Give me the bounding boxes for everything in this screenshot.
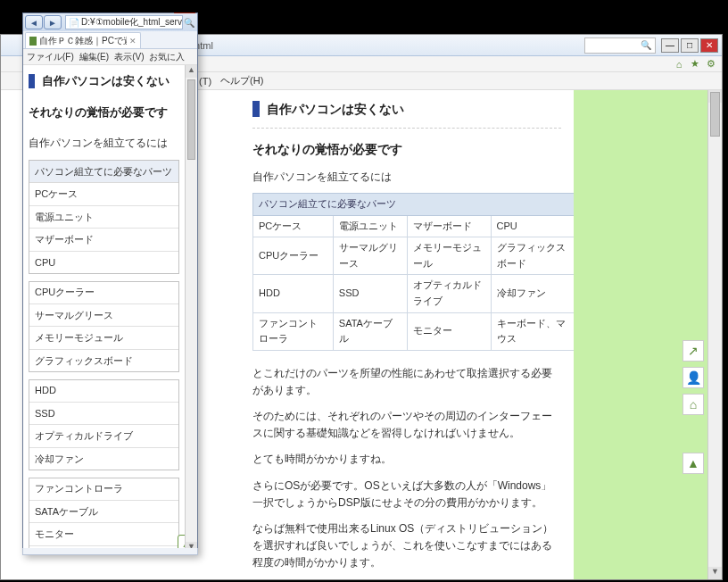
article-paragraph: とても時間がかかりますね。 bbox=[252, 451, 561, 468]
heading-accent bbox=[252, 101, 260, 117]
mobile-parts-cell: HDD bbox=[29, 379, 178, 403]
front-scrollbar[interactable]: ▲ ▼ bbox=[185, 65, 197, 554]
favicon-icon bbox=[29, 37, 37, 46]
share-icon[interactable]: ↗ bbox=[682, 340, 704, 362]
article-paragraph: とこれだけのパーツを所望の性能にあわせて取捨選択する必要があります。 bbox=[252, 365, 561, 399]
article-heading: 自作パソコンは安くない bbox=[252, 99, 561, 119]
gear-icon[interactable]: ⚙ bbox=[706, 59, 716, 70]
menu-view[interactable]: 表示(V) bbox=[114, 51, 144, 63]
front-address-bar[interactable]: 📄 D:¥①mobile化_html_serve bbox=[65, 15, 183, 29]
parts-cell: PCケース bbox=[253, 215, 334, 237]
mobile-parts-cell: CPUクーラー bbox=[29, 281, 178, 304]
parts-cell: ファンコントローラ bbox=[253, 312, 334, 350]
mobile-subhead: それなりの覚悟が必要です bbox=[29, 104, 179, 121]
parts-cell: キーボード、マウス bbox=[491, 312, 574, 350]
mobile-parts-cell: オプティカルドライブ bbox=[29, 425, 178, 448]
mobile-lead: 自作パソコンを組立てるには bbox=[29, 135, 179, 151]
article-paragraph: そのためには、それぞれのパーツやその周辺のインターフェースに関する基礎知識などを… bbox=[252, 408, 561, 442]
heading-accent bbox=[29, 74, 35, 88]
parts-cell: メモリーモジュール bbox=[407, 237, 491, 275]
search-icon[interactable]: 🔍 bbox=[183, 18, 195, 28]
parts-table-caption: パソコン組立てに必要なパーツ bbox=[253, 193, 575, 215]
mobile-parts-cell: マザーボード bbox=[29, 229, 178, 252]
minimize-button[interactable] bbox=[661, 38, 679, 53]
home-icon[interactable]: ⌂ bbox=[682, 394, 704, 415]
tab-title: 自作ＰＣ雑感｜PCで遊ん... bbox=[39, 35, 127, 47]
article-main: 自作パソコンは安くない それなりの覚悟が必要です 自作パソコンを組立てるには パ… bbox=[199, 90, 574, 579]
parts-cell: 電源ユニット bbox=[333, 215, 407, 237]
mobile-table-caption: パソコン組立てに必要なパーツ bbox=[29, 161, 178, 184]
menu-edit[interactable]: 編集(E) bbox=[79, 51, 109, 63]
mobile-parts-cell: 冷却ファン bbox=[29, 448, 178, 471]
parts-cell: CPU bbox=[491, 215, 574, 237]
mobile-parts-cell: SSD bbox=[29, 403, 178, 426]
mobile-parts-cell: SATAケーブル bbox=[29, 501, 178, 524]
mobile-page-title: 自作パソコンは安くない bbox=[42, 72, 170, 90]
menu-fav[interactable]: お気に入 bbox=[149, 51, 185, 63]
scroll-thumb[interactable] bbox=[710, 92, 720, 137]
mobile-parts-cell: サーマルグリース bbox=[29, 304, 178, 328]
menu-t[interactable]: (T) bbox=[199, 76, 211, 87]
scroll-down-icon[interactable]: ▼ bbox=[708, 567, 722, 579]
page-title: 自作パソコンは安くない bbox=[267, 99, 404, 119]
maximize-button[interactable] bbox=[681, 38, 699, 53]
mobile-parts-cell: 電源ユニット bbox=[29, 206, 178, 229]
article-paragraph: ならば無料で使用出来るLinux OS（ディストリビューション）を選択すれば良い… bbox=[252, 520, 561, 572]
mobile-parts-table: パソコン組立てに必要なパーツ PCケース電源ユニットマザーボードCPUCPUクー… bbox=[29, 160, 179, 554]
mobile-parts-cell: CPU bbox=[29, 252, 178, 275]
mobile-heading: 自作パソコンは安くない bbox=[29, 72, 179, 90]
article-subhead: それなりの覚悟が必要です bbox=[252, 139, 561, 159]
browser-tab[interactable]: 自作ＰＣ雑感｜PCで遊ん... ✕ bbox=[25, 32, 141, 48]
front-statusbar bbox=[22, 548, 198, 555]
mobile-parts-cell: メモリーモジュール bbox=[29, 327, 178, 350]
front-menubar: ファイル(F) 編集(E) 表示(V) お気に入 bbox=[23, 49, 197, 65]
mobile-parts-cell: モニター bbox=[29, 523, 178, 546]
scroll-top-icon[interactable]: ▲ bbox=[682, 453, 704, 474]
article-paragraph: さらにOSが必要です。OSといえば大多数の人が「Windows」一択でしょうから… bbox=[252, 478, 561, 511]
parts-cell: マザーボード bbox=[407, 215, 491, 237]
parts-cell: HDD bbox=[253, 275, 334, 312]
menu-file[interactable]: ファイル(F) bbox=[27, 51, 74, 63]
mobile-parts-cell: ファンコントローラ bbox=[29, 478, 178, 501]
search-icon[interactable]: 🔍 bbox=[641, 40, 651, 50]
nav-forward-icon[interactable]: ► bbox=[44, 15, 62, 29]
parts-cell: モニター bbox=[407, 312, 491, 350]
article-lead: 自作パソコンを組立てるには bbox=[252, 169, 561, 186]
tab-close-icon[interactable]: ✕ bbox=[129, 37, 136, 46]
user-icon[interactable]: 👤 bbox=[682, 367, 704, 388]
parts-cell: グラフィックスボード bbox=[491, 237, 574, 275]
home-icon[interactable]: ⌂ bbox=[674, 59, 684, 70]
front-address-text: D:¥①mobile化_html_serve bbox=[81, 16, 183, 29]
front-browser-window: — □ ✕ ◄ ► 📄 D:¥①mobile化_html_serve 🔍 自作Ｐ… bbox=[22, 12, 198, 555]
star-icon[interactable]: ★ bbox=[690, 59, 700, 70]
back-search-box[interactable]: 🔍 bbox=[584, 37, 656, 54]
scroll-up-icon[interactable]: ▲ bbox=[186, 65, 197, 78]
right-sidebar: ↗ 👤 ⌂ ▲ bbox=[574, 90, 707, 579]
folder-icon: 📄 bbox=[69, 18, 79, 28]
front-tabbar: 自作ＰＣ雑感｜PCで遊ん... ✕ bbox=[23, 31, 197, 49]
mobile-article: 自作パソコンは安くない それなりの覚悟が必要です 自作パソコンを組立てるには パ… bbox=[23, 65, 185, 554]
mobile-parts-cell: グラフィックスボード bbox=[29, 350, 178, 373]
parts-cell: CPUクーラー bbox=[253, 237, 334, 275]
menu-help[interactable]: ヘルプ(H) bbox=[220, 74, 263, 87]
back-scrollbar[interactable]: ▲ ▼ bbox=[707, 90, 722, 579]
parts-cell: SSD bbox=[333, 275, 407, 312]
parts-cell: サーマルグリース bbox=[333, 237, 407, 275]
parts-cell: SATAケーブル bbox=[333, 312, 407, 350]
nav-back-icon[interactable]: ◄ bbox=[25, 15, 43, 29]
parts-table: パソコン組立てに必要なパーツ PCケース電源ユニットマザーボードCPUCPUクー… bbox=[252, 193, 574, 351]
scroll-thumb[interactable] bbox=[187, 79, 195, 160]
close-button[interactable] bbox=[700, 38, 718, 53]
front-titlebar: ◄ ► 📄 D:¥①mobile化_html_serve 🔍 bbox=[23, 13, 197, 31]
mobile-parts-cell: PCケース bbox=[29, 183, 178, 206]
parts-cell: 冷却ファン bbox=[491, 275, 574, 312]
parts-cell: オプティカルドライブ bbox=[407, 275, 491, 312]
